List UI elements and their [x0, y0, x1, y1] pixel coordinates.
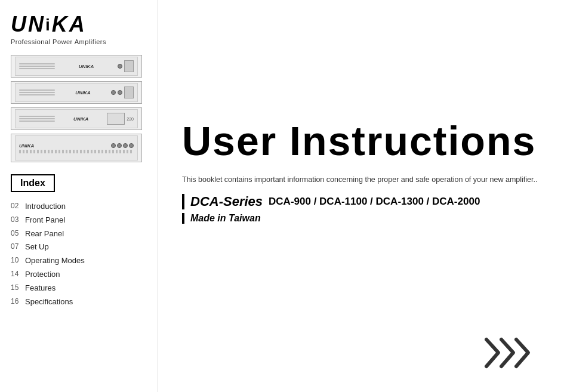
- chevron-triple-icon: [483, 337, 543, 369]
- index-item-label: Set Up: [25, 241, 49, 254]
- page-title: User Instructions: [182, 119, 543, 163]
- index-item-label: Introduction: [25, 200, 66, 213]
- amplifier-images: UNIKA UNIKA: [11, 55, 147, 162]
- amp-display-3: [107, 113, 125, 125]
- list-item[interactable]: 03 Front Panel: [11, 214, 147, 227]
- amp-knob-4: [111, 143, 116, 148]
- made-in-text: Made in Taiwan: [190, 213, 261, 223]
- list-item[interactable]: 07 Set Up: [11, 241, 147, 254]
- model-series-line: DCA-Series DCA-900 / DCA-1100 / DCA-1300…: [182, 194, 543, 209]
- list-item[interactable]: 02 Introduction: [11, 200, 147, 213]
- list-item[interactable]: 14 Protection: [11, 268, 147, 281]
- index-num: 02: [11, 200, 21, 213]
- amp-knob-3: [118, 90, 122, 95]
- index-list: 02 Introduction 03 Front Panel 05 Rear P…: [11, 200, 147, 308]
- amp-unit-2: UNIKA: [11, 81, 142, 104]
- index-num: 15: [11, 282, 21, 295]
- index-num: 14: [11, 268, 21, 281]
- amp-knob: [118, 64, 122, 69]
- logo-wordmark: UNiKA: [11, 12, 147, 37]
- made-in-line: Made in Taiwan: [182, 213, 543, 224]
- list-item[interactable]: 10 Operating Modes: [11, 255, 147, 267]
- index-item-label: Operating Modes: [25, 255, 85, 267]
- main-content: User Instructions This booklet contains …: [158, 0, 567, 392]
- arrow-icon: [483, 337, 543, 374]
- amp-knob-2: [111, 90, 116, 95]
- amp-knob-5: [117, 143, 122, 148]
- amp-unit-4: UNIKA: [11, 134, 142, 162]
- index-num: 07: [11, 241, 21, 254]
- list-item[interactable]: 15 Features: [11, 282, 147, 295]
- index-item-label: Rear Panel: [25, 228, 64, 240]
- amp-brand-2: UNIKA: [75, 90, 90, 95]
- amp-vent-grid: [19, 150, 134, 153]
- index-label: Index: [20, 178, 45, 188]
- amp-brand-1: UNIKA: [79, 64, 94, 69]
- amp-unit-3: UNIKA 220: [11, 107, 142, 130]
- index-item-label: Protection: [25, 268, 60, 281]
- index-item-label: Features: [25, 282, 56, 295]
- sidebar: UNiKA Professional Power Amplifiers UNIK…: [0, 0, 158, 392]
- amp-display-2: [124, 87, 134, 98]
- logo-i-letter: i: [45, 16, 52, 35]
- index-item-label: Front Panel: [25, 214, 65, 227]
- amp-text: 220: [127, 117, 134, 121]
- amp-knob-7: [129, 143, 134, 148]
- series-label: DCA-Series: [190, 194, 263, 209]
- index-num: 16: [11, 296, 21, 308]
- arrow-decoration: [483, 337, 543, 374]
- index-item-label: Specifications: [25, 296, 73, 308]
- amp-unit-1: UNIKA: [11, 55, 142, 78]
- logo-tagline: Professional Power Amplifiers: [11, 38, 147, 45]
- amp-knob-6: [123, 143, 128, 148]
- amp-brand-4: UNIKA: [19, 143, 34, 149]
- index-num: 10: [11, 255, 21, 267]
- logo-text2: KA: [52, 12, 87, 37]
- index-num: 03: [11, 214, 21, 227]
- list-item[interactable]: 16 Specifications: [11, 296, 147, 308]
- index-num: 05: [11, 228, 21, 240]
- logo-text: UN: [11, 12, 45, 37]
- index-box: Index: [11, 174, 55, 192]
- amp-brand-3: UNIKA: [73, 116, 88, 122]
- amp-display: [124, 60, 134, 72]
- list-item[interactable]: 05 Rear Panel: [11, 228, 147, 240]
- model-numbers: DCA-900 / DCA-1100 / DCA-1300 / DCA-2000: [269, 196, 480, 208]
- logo-area: UNiKA Professional Power Amplifiers: [11, 12, 147, 45]
- subtitle-text: This booklet contains important informat…: [182, 174, 543, 186]
